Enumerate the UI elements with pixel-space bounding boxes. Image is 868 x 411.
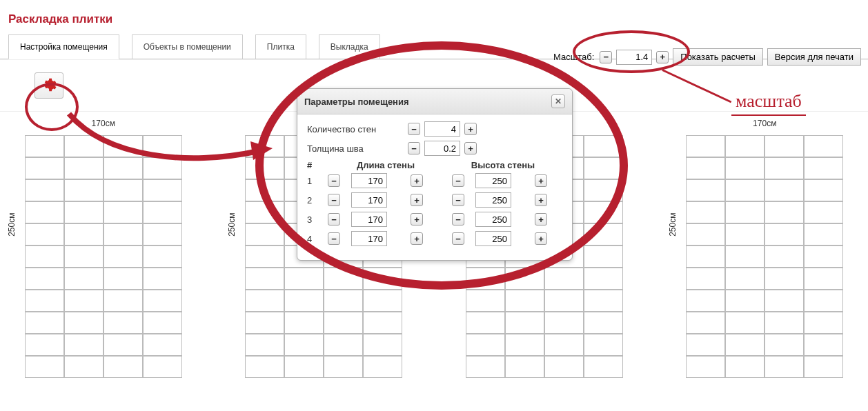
room-settings-button[interactable] [34, 72, 63, 99]
tile [324, 312, 363, 334]
tile [725, 334, 765, 356]
tile [584, 356, 623, 378]
tab-room-settings[interactable]: Настройка помещения [8, 34, 119, 59]
length-minus-button[interactable]: − [328, 232, 340, 245]
tile [765, 135, 804, 157]
wall-height-label: 250см [668, 213, 678, 237]
tile [686, 201, 725, 223]
tile [25, 157, 64, 179]
tile [103, 135, 143, 157]
tile [143, 135, 182, 157]
seam-minus-button[interactable]: − [408, 142, 420, 154]
walls-count-minus-button[interactable]: − [408, 123, 420, 135]
tile [686, 245, 725, 268]
tile [584, 290, 623, 312]
height-minus-button[interactable]: − [452, 174, 464, 187]
tile [804, 356, 843, 378]
wall-index: 4 [307, 234, 324, 244]
wall-index: 2 [307, 195, 324, 206]
tile [324, 356, 363, 378]
tile [584, 334, 623, 356]
wall-height-label: 250см [7, 213, 17, 237]
walls-count-input[interactable] [424, 121, 460, 137]
tile [64, 312, 103, 334]
tile [686, 157, 725, 179]
dialog-header[interactable]: Параметры помещения ✕ [297, 89, 572, 114]
height-input[interactable] [475, 192, 511, 208]
tile [686, 223, 725, 245]
length-plus-button[interactable]: + [411, 194, 423, 206]
tile [245, 223, 284, 245]
tile [686, 268, 725, 290]
height-input[interactable] [475, 212, 511, 227]
height-plus-button[interactable]: + [535, 232, 547, 245]
scale-input[interactable] [616, 50, 652, 65]
seam-input[interactable] [424, 141, 460, 156]
length-minus-button[interactable]: − [328, 174, 340, 187]
length-input[interactable] [351, 231, 387, 246]
wall-1: 170см 250см [25, 119, 182, 378]
tile [103, 356, 143, 378]
length-plus-button[interactable]: + [411, 232, 423, 245]
tab-objects[interactable]: Объекты в помещении [132, 34, 243, 59]
tile [686, 179, 725, 201]
length-input[interactable] [351, 192, 387, 208]
walls-count-label: Количество стен [307, 124, 404, 134]
height-input[interactable] [475, 173, 511, 188]
close-icon[interactable]: ✕ [551, 94, 565, 108]
tile [466, 290, 505, 312]
tile [765, 245, 804, 268]
tile [686, 135, 725, 157]
tile [804, 157, 843, 179]
tile [143, 334, 182, 356]
tile [64, 356, 103, 378]
length-plus-button[interactable]: + [411, 213, 423, 225]
length-plus-button[interactable]: + [411, 174, 423, 187]
seam-plus-button[interactable]: + [464, 142, 477, 154]
tile [245, 179, 284, 201]
print-version-button[interactable]: Версия для печати [767, 48, 861, 66]
tile [64, 290, 103, 312]
tile [765, 223, 804, 245]
show-calculations-button[interactable]: Показать расчеты [673, 48, 763, 66]
tile [505, 312, 544, 334]
height-minus-button[interactable]: − [452, 194, 464, 206]
wall-row: 2 − + − + [307, 192, 562, 208]
tile [725, 268, 765, 290]
tile [284, 268, 324, 290]
height-plus-button[interactable]: + [535, 213, 547, 225]
height-minus-button[interactable]: − [452, 213, 464, 225]
tab-tile[interactable]: Плитка [255, 34, 306, 59]
height-plus-button[interactable]: + [535, 194, 547, 206]
tile [25, 334, 64, 356]
length-minus-button[interactable]: − [328, 213, 340, 225]
scale-plus-button[interactable]: + [656, 51, 669, 63]
wall-row: 3 − + − + [307, 212, 562, 227]
wall-row: 1 − + − + [307, 173, 562, 188]
length-input[interactable] [351, 212, 387, 227]
tile [765, 179, 804, 201]
height-input[interactable] [475, 231, 511, 246]
tile [505, 290, 544, 312]
height-plus-button[interactable]: + [535, 174, 547, 187]
tab-layout[interactable]: Выкладка [319, 34, 380, 59]
length-input[interactable] [351, 173, 387, 188]
tile [804, 334, 843, 356]
tile [64, 223, 103, 245]
walls-count-plus-button[interactable]: + [464, 123, 477, 135]
tile [584, 201, 623, 223]
height-minus-button[interactable]: − [452, 232, 464, 245]
tile [725, 290, 765, 312]
tile [725, 223, 765, 245]
scale-minus-button[interactable]: − [600, 51, 612, 63]
tile [584, 245, 623, 268]
tile [686, 334, 725, 356]
tile [804, 290, 843, 312]
length-minus-button[interactable]: − [328, 194, 340, 206]
tile [143, 201, 182, 223]
tile [804, 135, 843, 157]
tile [725, 201, 765, 223]
tile [143, 245, 182, 268]
dialog-body: Количество стен − + Толщина шва − + # Дл… [297, 114, 572, 260]
page-title: Раскладка плитки [0, 0, 868, 34]
